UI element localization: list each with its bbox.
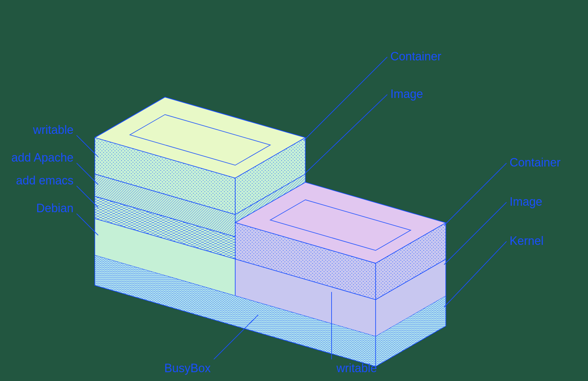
label-busybox: BusyBox — [164, 361, 211, 375]
label-kernel: Kernel — [510, 234, 544, 247]
label-writable-left: writable — [33, 123, 74, 136]
svg-line-22 — [444, 163, 506, 225]
label-image-left: Image — [390, 87, 423, 101]
svg-line-23 — [444, 202, 506, 264]
label-add-apache: add Apache — [11, 151, 74, 164]
label-container-left: Container — [390, 50, 441, 63]
label-image-right: Image — [510, 195, 542, 208]
svg-line-21 — [305, 95, 387, 173]
label-debian: Debian — [36, 201, 74, 215]
svg-line-24 — [444, 242, 506, 307]
svg-line-20 — [304, 57, 387, 140]
label-add-emacs: add emacs — [16, 174, 74, 187]
architecture-diagram: Container Image Container Image Kernel w… — [0, 0, 588, 381]
label-writable-right: writable — [336, 361, 377, 375]
label-container-right: Container — [510, 156, 561, 169]
